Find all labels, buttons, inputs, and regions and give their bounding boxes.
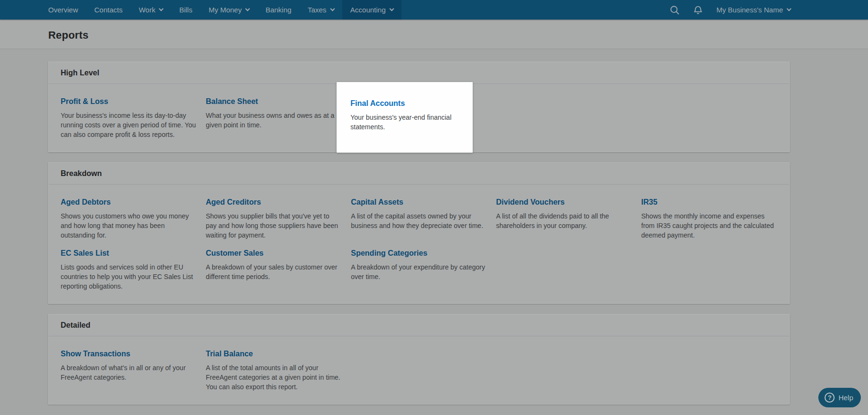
page-title: Reports — [48, 29, 868, 42]
report-link-final-accounts[interactable]: Final Accounts — [350, 99, 405, 108]
nav-item-accounting[interactable]: Accounting — [342, 0, 402, 20]
nav-item-label: Banking — [265, 6, 291, 14]
nav-item-work[interactable]: Work — [131, 0, 171, 20]
report-description: Lists goods and services sold in other E… — [61, 262, 206, 291]
section-grid: Aged Debtors Shows you customers who owe… — [49, 185, 789, 303]
nav-item-overview[interactable]: Overview — [40, 0, 86, 20]
report-link-balance-sheet[interactable]: Balance Sheet — [206, 97, 258, 106]
nav-item-contacts[interactable]: Contacts — [86, 0, 131, 20]
help-button-label: Help — [838, 394, 853, 402]
nav-item-my-money[interactable]: My Money — [201, 0, 257, 20]
report-description: A list of all the dividends paid to all … — [496, 211, 641, 230]
report-item-aged-debtors: Aged Debtors Shows you customers who owe… — [61, 197, 206, 240]
nav-item-label: Contacts — [95, 6, 123, 14]
nav-right-group: My Business's Name — [669, 0, 868, 20]
report-item-aged-creditors: Aged Creditors Shows you supplier bills … — [206, 197, 351, 240]
top-nav-bar: Overview Contacts Work Bills My Money Ba… — [0, 0, 868, 20]
report-description: A list of the capital assets owned by yo… — [351, 211, 496, 230]
report-link-ec-sales-list[interactable]: EC Sales List — [61, 249, 109, 258]
report-link-aged-creditors[interactable]: Aged Creditors — [206, 197, 261, 207]
chevron-down-icon — [787, 7, 792, 11]
report-link-customer-sales[interactable]: Customer Sales — [206, 249, 264, 258]
report-description: Your business's year-end financial state… — [350, 113, 473, 132]
report-description: Shows you supplier bills that you've yet… — [206, 211, 351, 240]
report-description: What your business owns and owes as at a… — [206, 111, 351, 130]
report-description: A breakdown of your sales by customer ov… — [206, 262, 351, 281]
nav-item-label: Accounting — [350, 6, 386, 14]
nav-item-bills[interactable]: Bills — [171, 0, 201, 20]
report-description: A list of the total amounts in all of yo… — [206, 363, 351, 392]
report-description: Your business's income less its day-to-d… — [61, 111, 206, 139]
business-name-label: My Business's Name — [716, 6, 783, 14]
report-link-ir35[interactable]: IR35 — [641, 197, 657, 207]
report-item-trial-balance: Trial Balance A list of the total amount… — [206, 349, 351, 392]
report-link-trial-balance[interactable]: Trial Balance — [206, 349, 253, 358]
app-root: Overview Contacts Work Bills My Money Ba… — [0, 0, 868, 415]
notifications-bell-icon[interactable] — [693, 5, 703, 15]
page-header: Reports — [0, 20, 868, 49]
report-item-capital-assets: Capital Assets A list of the capital ass… — [351, 197, 496, 240]
report-description: Shows you customers who owe you money an… — [61, 211, 206, 240]
report-item-dividend-vouchers: Dividend Vouchers A list of all the divi… — [496, 197, 641, 240]
section-grid: Show Transactions A breakdown of what's … — [49, 336, 789, 404]
report-item-ec-sales-list: EC Sales List Lists goods and services s… — [61, 249, 206, 291]
report-item-ir35: IR35 Shows the monthly income and expens… — [641, 197, 778, 240]
chevron-down-icon — [245, 7, 250, 11]
business-name-menu[interactable]: My Business's Name — [716, 6, 791, 14]
report-item-profit-loss: Profit & Loss Your business's income les… — [61, 97, 206, 139]
spotlight-final-accounts: Final Accounts Your business's year-end … — [337, 82, 473, 153]
report-link-spending-categories[interactable]: Spending Categories — [351, 249, 427, 258]
report-item-customer-sales: Customer Sales A breakdown of your sales… — [206, 249, 351, 291]
nav-item-label: My Money — [209, 6, 242, 14]
search-icon[interactable] — [669, 5, 680, 15]
report-description: Shows the monthly income and expenses fr… — [641, 211, 778, 240]
nav-list: Overview Contacts Work Bills My Money Ba… — [40, 0, 402, 20]
nav-item-label: Work — [139, 6, 156, 14]
nav-item-label: Taxes — [307, 6, 326, 14]
report-description: A breakdown of what's in all or any of y… — [61, 363, 206, 382]
report-link-aged-debtors[interactable]: Aged Debtors — [61, 197, 111, 207]
nav-item-banking[interactable]: Banking — [257, 0, 299, 20]
report-description: A breakdown of your expenditure by categ… — [351, 262, 496, 281]
chevron-down-icon — [389, 7, 394, 11]
section-breakdown: Breakdown Aged Debtors Shows you custome… — [48, 162, 790, 304]
question-mark-icon: ? — [825, 393, 835, 403]
help-button[interactable]: ? Help — [818, 388, 861, 407]
nav-item-taxes[interactable]: Taxes — [299, 0, 342, 20]
section-title: Detailed — [49, 314, 789, 336]
report-link-dividend-vouchers[interactable]: Dividend Vouchers — [496, 197, 565, 207]
report-item-spending-categories: Spending Categories A breakdown of your … — [351, 249, 496, 291]
section-title: High Level — [49, 62, 789, 84]
nav-item-label: Bills — [179, 6, 192, 14]
section-title: Breakdown — [49, 163, 789, 185]
report-item-balance-sheet: Balance Sheet What your business owns an… — [206, 97, 351, 139]
chevron-down-icon — [159, 7, 164, 11]
report-link-profit-loss[interactable]: Profit & Loss — [61, 97, 108, 106]
report-item-show-transactions: Show Transactions A breakdown of what's … — [61, 349, 206, 392]
report-link-show-transactions[interactable]: Show Transactions — [61, 349, 130, 358]
chevron-down-icon — [330, 7, 335, 11]
section-detailed: Detailed Show Transactions A breakdown o… — [48, 314, 790, 405]
report-link-capital-assets[interactable]: Capital Assets — [351, 197, 403, 207]
nav-item-label: Overview — [48, 6, 78, 14]
